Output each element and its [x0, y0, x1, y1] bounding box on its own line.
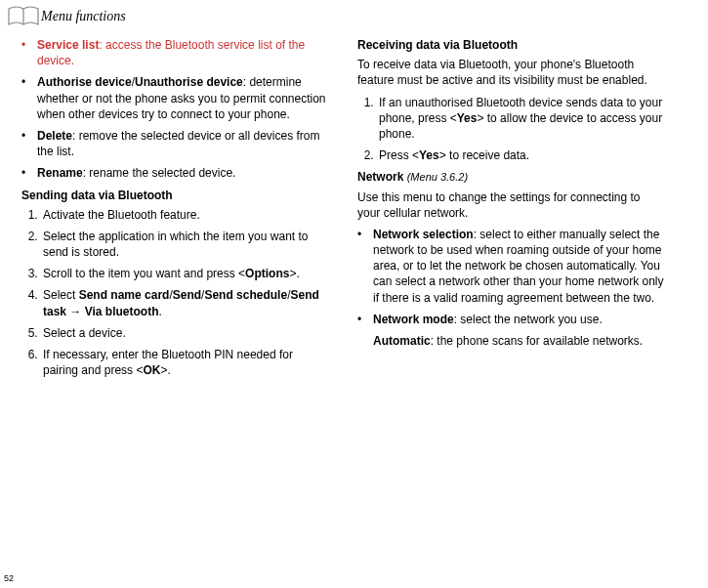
page-header: Menu functions [0, 0, 708, 27]
network-mode-sub: Automatic: the phone scans for available… [357, 333, 666, 349]
bullet-delete: Delete: remove the selected device or al… [21, 128, 330, 159]
right-column: Receiving data via Bluetooth To receive … [357, 37, 666, 384]
bullet-authorise: Authorise device/Unauthorise device: det… [21, 74, 330, 122]
opt-c: Send schedule [204, 288, 287, 302]
text: >. [289, 267, 299, 280]
step-3: Scroll to the item you want and press <O… [41, 266, 330, 281]
bullet-network-selection: Network selection: select to either manu… [357, 227, 666, 306]
step-4: Select Send name card/Send/Send schedule… [41, 287, 330, 318]
desc: : select the network you use. [454, 313, 603, 326]
text: Select [43, 288, 79, 302]
heading-receiving: Receiving data via Bluetooth [357, 37, 666, 53]
rstep-2: Press <Yes> to receive data. [377, 147, 666, 163]
bullet-rename: Rename: rename the selected device. [21, 165, 330, 181]
desc: : the phone scans for available networks… [431, 334, 643, 348]
term: Automatic [373, 334, 431, 348]
text: Press < [379, 148, 419, 162]
text: >. [160, 363, 170, 377]
content-columns: Service list: access the Bluetooth servi… [0, 27, 708, 384]
bullet-service-list: Service list: access the Bluetooth servi… [21, 37, 330, 68]
term: Network mode [373, 313, 454, 326]
ok-label: OK [143, 363, 160, 377]
book-icon [8, 6, 39, 27]
text: Scroll to the item you want and press < [43, 267, 245, 280]
yes-label: Yes [419, 148, 439, 162]
step-2: Select the application in which the item… [41, 229, 330, 260]
steps-sending: Activate the Bluetooth feature. Select t… [21, 207, 330, 379]
term: Rename [37, 166, 83, 180]
term: Network selection [373, 228, 474, 241]
heading-network: Network (Menu 3.6.2) [357, 169, 666, 185]
options-label: Options [245, 267, 289, 280]
term2: Unauthorise device [135, 75, 243, 89]
opt-b: Send [173, 288, 201, 302]
step-1: Activate the Bluetooth feature. [41, 207, 330, 223]
desc: : rename the selected device. [83, 166, 236, 180]
left-column: Service list: access the Bluetooth servi… [21, 37, 330, 384]
term: Authorise device [37, 75, 132, 89]
receiving-body: To receive data via Bluetooth, your phon… [357, 57, 666, 88]
network-title: Network [357, 170, 403, 184]
opt-e: Via bluetooth [85, 305, 159, 318]
term: Service list [37, 38, 99, 52]
heading-sending: Sending data via Bluetooth [21, 188, 330, 203]
network-bullets: Network selection: select to either manu… [357, 227, 666, 327]
bullet-network-mode: Network mode: select the network you use… [357, 312, 666, 327]
step-5: Select a device. [41, 325, 330, 341]
bullet-list: Service list: access the Bluetooth servi… [21, 37, 330, 182]
term: Delete [37, 129, 72, 143]
section-title: Menu functions [41, 8, 126, 26]
network-body: Use this menu to change the settings for… [357, 189, 666, 221]
yes-label: Yes [457, 111, 478, 125]
step-6: If necessary, enter the Bluetooth PIN ne… [41, 347, 330, 378]
rstep-1: If an unauthorised Bluetooth device send… [377, 95, 666, 143]
text: > to receive data. [439, 148, 529, 162]
desc: : remove the selected device or all devi… [37, 129, 319, 158]
steps-receiving: If an unauthorised Bluetooth device send… [357, 95, 666, 164]
arrow: → [66, 305, 85, 318]
menu-ref: (Menu 3.6.2) [407, 171, 468, 183]
opt-a: Send name card [79, 288, 170, 302]
text: . [158, 305, 161, 318]
page-number: 52 [4, 572, 14, 584]
